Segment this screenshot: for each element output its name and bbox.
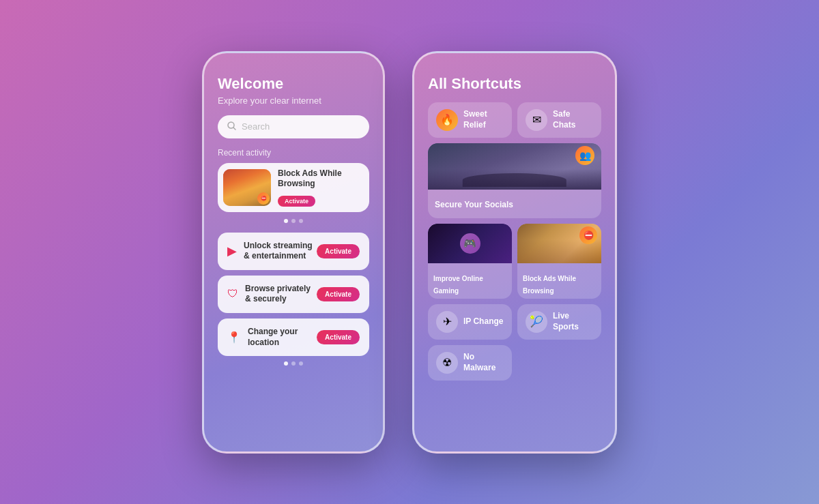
gaming-badge-icon: 🎮 (460, 233, 480, 254)
sports-icon: 🎾 (526, 311, 547, 333)
shortcut-sweet-relief[interactable]: 🔥 Sweet Relief (428, 102, 512, 138)
shortcuts-grid: 🔥 Sweet Relief ✉ Safe Chats 👥 Secure You… (428, 102, 601, 381)
socials-badge-icon: 👥 (575, 146, 594, 165)
right-phone: All Shortcuts 🔥 Sweet Relief ✉ Safe Chat… (412, 51, 617, 454)
welcome-title: Welcome (218, 75, 369, 93)
welcome-subtitle: Explore your clear internet (218, 95, 369, 106)
bottom-dots (218, 361, 369, 366)
activity-title: Block Ads While Browsing (278, 168, 364, 190)
plane-icon: ✈ (436, 311, 458, 333)
feature-location-text: Change your location (248, 327, 317, 348)
activity-activate-button[interactable]: Activate (278, 196, 315, 207)
fire-icon: 🔥 (436, 109, 458, 131)
live-sports-label: Live Sports (553, 311, 593, 332)
gaming-image: 🎮 (428, 224, 512, 263)
improve-gaming-label: Improve Online Gaming (433, 275, 483, 295)
ip-change-label: IP Change (463, 316, 503, 327)
feature-privacy-text: Browse privately & securely (245, 284, 317, 305)
streaming-activate-button[interactable]: Activate (317, 244, 360, 258)
activity-thumbnail: ⛔ (223, 169, 271, 206)
dot-3[interactable] (299, 219, 303, 223)
safe-chats-label: Safe Chats (553, 109, 593, 130)
activity-card[interactable]: ⛔ Block Ads While Browsing Activate (218, 163, 369, 212)
block-ads-badge-icon: ⛔ (579, 226, 597, 244)
bottom-dot-1[interactable] (284, 361, 288, 366)
search-bar[interactable]: Search (218, 115, 369, 138)
location-pin-icon: 📍 (227, 329, 241, 346)
carousel-dots (218, 219, 369, 223)
shortcut-improve-gaming[interactable]: 🎮 Improve Online Gaming (428, 224, 512, 299)
privacy-activate-button[interactable]: Activate (317, 287, 360, 301)
play-icon: ▶ (227, 243, 237, 259)
mail-icon: ✉ (526, 109, 547, 131)
shortcut-secure-socials[interactable]: 👥 Secure Your Socials (428, 143, 601, 218)
feature-card-location[interactable]: 📍 Change your location Activate (218, 318, 369, 356)
shortcut-safe-chats[interactable]: ✉ Safe Chats (517, 102, 601, 138)
shield-icon: 🛡 (227, 286, 238, 302)
activity-badge: ⛔ (257, 192, 270, 205)
shortcut-block-ads[interactable]: ⛔ Block Ads While Browsing (517, 224, 601, 299)
dot-2[interactable] (291, 219, 296, 223)
feature-card-privacy[interactable]: 🛡 Browse privately & securely Activate (218, 276, 369, 313)
ads-image: ⛔ (517, 224, 601, 263)
no-malware-label: No Malware (463, 352, 504, 373)
shortcuts-title: All Shortcuts (428, 75, 601, 93)
left-phone: Welcome Explore your clear internet Sear… (202, 51, 385, 454)
bottom-dot-2[interactable] (291, 361, 296, 366)
block-ads-label: Block Ads While Browsing (523, 275, 576, 295)
search-icon (227, 121, 236, 132)
recent-label: Recent activity (218, 148, 369, 158)
secure-socials-label: Secure Your Socials (435, 200, 513, 209)
shortcut-ip-change[interactable]: ✈ IP Change (428, 304, 512, 340)
bottom-dot-3[interactable] (299, 361, 303, 366)
activity-info: Block Ads While Browsing Activate (278, 168, 364, 207)
search-placeholder: Search (242, 121, 270, 132)
social-image: 👥 (428, 143, 601, 190)
feature-card-streaming[interactable]: ▶ Unlock streaming & entertainment Activ… (218, 233, 369, 270)
svg-line-1 (233, 128, 235, 130)
shortcut-live-sports[interactable]: 🎾 Live Sports (517, 304, 601, 340)
sweet-relief-label: Sweet Relief (463, 109, 504, 130)
shortcut-no-malware[interactable]: ☢ No Malware (428, 345, 512, 381)
malware-icon: ☢ (436, 352, 458, 374)
dot-1[interactable] (284, 219, 288, 223)
location-activate-button[interactable]: Activate (317, 330, 360, 344)
feature-streaming-text: Unlock streaming & entertainment (244, 241, 317, 262)
